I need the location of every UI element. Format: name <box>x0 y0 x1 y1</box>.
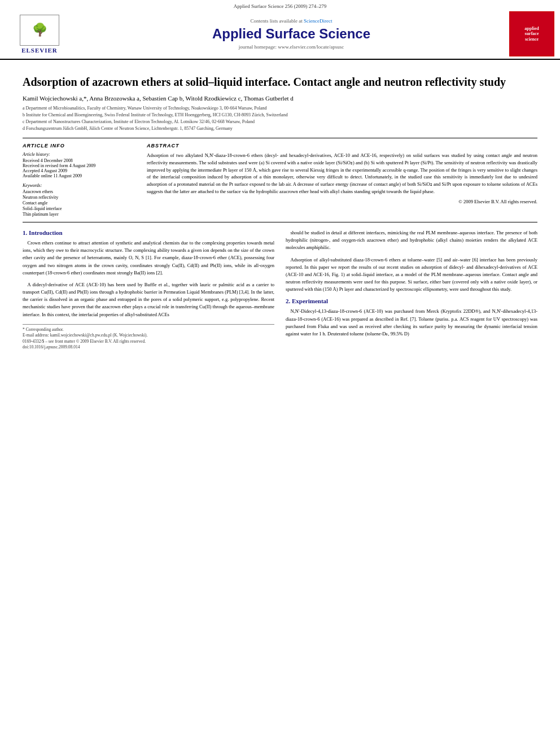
history-revised: Received in revised form 4 August 2009 <box>23 163 135 168</box>
page-container: Applied Surface Science 256 (2009) 274–2… <box>0 0 560 356</box>
article-info-heading: ARTICLE INFO <box>23 143 135 148</box>
elsevier-logo-box: 🌳 <box>20 15 59 46</box>
main-content: Adsorption of azacrown ethers at solid–l… <box>0 60 560 356</box>
experimental-section-title: 2. Experimental <box>286 298 537 304</box>
divider-1 <box>23 138 537 138</box>
elsevier-logo: 🌳 ELSEVIER <box>6 15 73 54</box>
intro-para-4: Adsorption of alkyl-substituted diaza-18… <box>286 256 537 294</box>
journal-header: Applied Surface Science 256 (2009) 274–2… <box>0 0 560 60</box>
affiliation-b: b Institute for Chemical and Bioengineer… <box>23 112 537 119</box>
body-two-col: 1. Introduction Crown ethers continue to… <box>23 229 537 351</box>
history-title: Article history: <box>23 152 135 157</box>
copyright: © 2009 Elsevier B.V. All rights reserved… <box>147 199 537 204</box>
abstract-heading: ABSTRACT <box>147 143 537 148</box>
paper-title: Adsorption of azacrown ethers at solid–l… <box>23 75 537 89</box>
footnote-corresponding: * Corresponding author. <box>23 327 274 333</box>
affiliation-d: d Forschungszentrum Jülich GmbH, Jülich … <box>23 125 537 132</box>
keyword-4: Solid–liquid interface <box>23 206 135 211</box>
intro-para-2: A didecyl-derivative of ACE (ACE-10) has… <box>23 281 274 318</box>
info-abstract-section: ARTICLE INFO Article history: Received 4… <box>23 143 537 217</box>
affiliations: a Department of Microbioanalitics, Facul… <box>23 105 537 132</box>
article-history: Article history: Received 4 December 200… <box>23 152 135 178</box>
keywords-section: Keywords: Azacrown ethers Neutron reflec… <box>23 183 135 217</box>
intro-para-1: Crown ethers continue to attract attenti… <box>23 239 274 277</box>
journal-header-inner: 🌳 ELSEVIER Contents lists available at S… <box>0 11 560 56</box>
sciencedirect-link[interactable]: ScienceDirect <box>304 18 332 24</box>
authors: Kamil Wojciechowski a,*, Anna Brzozowska… <box>23 95 537 102</box>
article-info-col: ARTICLE INFO Article history: Received 4… <box>23 143 135 217</box>
intro-para-3: should be studied in detail at different… <box>286 229 537 252</box>
abstract-text: Adsorption of two alkylated N,N'-diaza-1… <box>147 152 537 195</box>
elsevier-label: ELSEVIER <box>21 47 58 54</box>
journal-logo-box: appliedsurfacescience <box>509 11 554 56</box>
keyword-5: Thin platinum layer <box>23 212 135 217</box>
journal-center: Contents lists available at ScienceDirec… <box>73 18 509 50</box>
body-left-col: 1. Introduction Crown ethers continue to… <box>23 229 274 351</box>
keywords-list: Azacrown ethers Neutron reflectivity Con… <box>23 189 135 217</box>
intro-section-title: 1. Introduction <box>23 229 274 236</box>
keyword-1: Azacrown ethers <box>23 189 135 194</box>
elsevier-tree-icon: 🌳 <box>32 23 47 37</box>
body-content: 1. Introduction Crown ethers continue to… <box>23 229 537 351</box>
journal-homepage: journal homepage: www.elsevier.com/locat… <box>79 44 504 50</box>
author-list: Kamil Wojciechowski a,*, Anna Brzozowska… <box>23 95 294 102</box>
history-online: Available online 11 August 2009 <box>23 173 135 178</box>
keyword-3: Contact angle <box>23 200 135 206</box>
history-received: Received 4 December 2008 <box>23 158 135 163</box>
experimental-para-1: N,N'-Didecyl-4,13-diaza-18-crown-6 (ACE-… <box>286 308 537 338</box>
affiliation-a: a Department of Microbioanalitics, Facul… <box>23 105 537 112</box>
journal-citation: Applied Surface Science 256 (2009) 274–2… <box>0 3 560 9</box>
sciencedirect-line: Contents lists available at ScienceDirec… <box>79 18 504 24</box>
footnote-doi: doi:10.1016/j.apsusc.2009.08.014 <box>23 344 274 351</box>
history-accepted: Accepted 4 August 2009 <box>23 168 135 173</box>
journal-title: Applied Surface Science <box>79 26 504 42</box>
affiliation-c: c Department of Nanostructures Character… <box>23 119 537 125</box>
body-right-col: should be studied in detail at different… <box>286 229 537 351</box>
footnote-email: E-mail address: kamil.wojciechowski@ch.p… <box>23 333 274 339</box>
footnote-area: * Corresponding author. E-mail address: … <box>23 324 274 351</box>
journal-logo-text: appliedsurfacescience <box>524 26 539 42</box>
keyword-2: Neutron reflectivity <box>23 195 135 200</box>
abstract-col: ABSTRACT Adsorption of two alkylated N,N… <box>147 143 537 217</box>
divider-2 <box>23 222 537 222</box>
keywords-title: Keywords: <box>23 183 135 188</box>
footnote-issn: 0169-4332/$ – see front matter © 2009 El… <box>23 339 274 345</box>
